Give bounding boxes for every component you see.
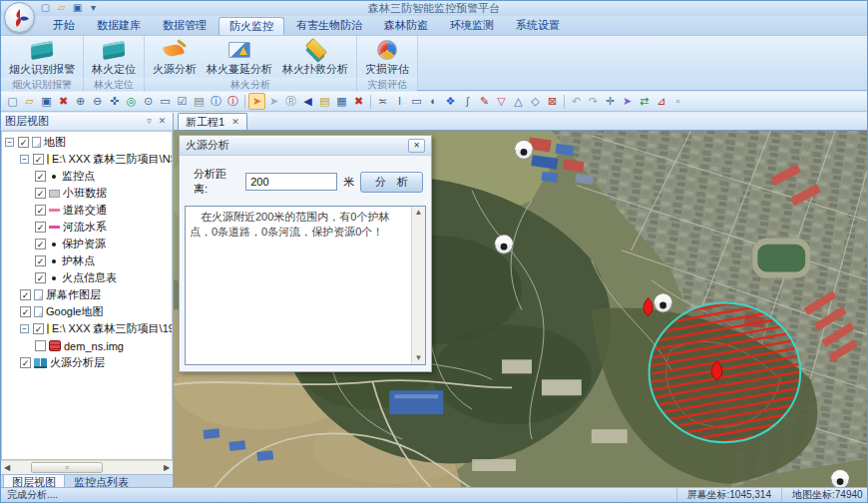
fire-spread-analysis-button[interactable]: 林火蔓延分析 [202, 38, 277, 78]
layer-checkbox[interactable] [35, 222, 46, 233]
open-folder-icon[interactable]: ▱ [21, 93, 38, 110]
close-icon[interactable]: ✕ [156, 115, 169, 128]
layer-tree-row[interactable]: 道路交通 [2, 202, 172, 219]
pen-tool-icon[interactable]: ✎ [476, 93, 493, 110]
save-icon[interactable]: ▣ [38, 93, 55, 110]
undo-icon[interactable]: ↶ [568, 93, 585, 110]
tree-expander[interactable] [5, 138, 14, 147]
scroll-up-icon[interactable]: ▲ [412, 207, 425, 219]
layer-checkbox[interactable] [20, 289, 31, 300]
camera-icon[interactable] [654, 293, 672, 312]
quick-access-dropdown-icon[interactable]: ▾ [87, 2, 100, 14]
circle-tool-icon[interactable]: ◐ [425, 93, 442, 110]
redo-icon[interactable]: ↷ [585, 93, 602, 110]
application-logo-button[interactable] [4, 2, 35, 33]
identify-info-icon[interactable]: ⓘ [208, 93, 224, 110]
fire-rescue-analysis-button[interactable]: 林火扑救分析 [277, 38, 353, 78]
compass-tool-icon[interactable]: ❖ [442, 93, 459, 110]
layer-checkbox[interactable] [35, 255, 46, 266]
document-info-icon[interactable]: ▤ [191, 93, 208, 110]
fire-source-analysis-button[interactable]: 火源分析 [148, 38, 202, 78]
layer-checkbox[interactable] [18, 137, 29, 148]
layer-checkbox[interactable] [35, 340, 46, 351]
diamond-tool-icon[interactable]: ◇ [527, 93, 544, 110]
tree-expander[interactable] [20, 155, 29, 164]
triangle-down-tool-icon[interactable]: ▽ [493, 93, 510, 110]
new-document-icon[interactable]: ▢ [4, 93, 21, 110]
ribbon-tab[interactable]: 数据建库 [87, 17, 151, 35]
ribbon-tab[interactable]: 开始 [43, 17, 85, 35]
save-icon[interactable]: ▣ [71, 2, 84, 14]
pointer-edit-icon[interactable]: ➤ [619, 93, 636, 110]
open-folder-icon[interactable]: ▱ [55, 2, 68, 14]
refresh-layers-icon[interactable]: ⇄ [636, 93, 652, 110]
camera-icon[interactable] [495, 235, 513, 253]
layer-tree-row[interactable]: E:\ XXX 森林三防项目\19青河 [2, 320, 172, 337]
identify-alert-icon[interactable]: ⓘ [224, 93, 241, 110]
scroll-right-icon[interactable]: ▶ [161, 463, 173, 472]
layer-checkbox[interactable] [35, 272, 46, 283]
map-canvas[interactable]: 火源分析 ✕ 分析距离: 米 分 析 分析报告 在火源附近200米的范围内，有0… [174, 131, 867, 490]
small-window-icon[interactable]: ▫ [669, 93, 686, 110]
measure-icon[interactable]: ≍ [374, 93, 391, 110]
damage-assessment-button[interactable]: 灾损评估 [360, 38, 414, 78]
layer-tree-row[interactable]: 保护资源 [2, 236, 172, 252]
curve-tool-icon[interactable]: ∫ [459, 93, 476, 110]
layer-tree-row[interactable]: 火源分析层 [2, 354, 172, 371]
layer-tree-row[interactable]: 地图 [2, 134, 172, 151]
text-tool-icon[interactable]: I [391, 93, 408, 110]
layer-tree-row[interactable]: 屏幕作图层 [2, 286, 172, 303]
copy-features-icon[interactable]: ▤ [316, 93, 333, 110]
camera-icon[interactable] [515, 140, 533, 159]
forest-fire-locate-button[interactable]: 林火定位 [87, 38, 141, 78]
ribbon-tab[interactable]: 防火监控 [218, 17, 284, 35]
layer-checkbox[interactable] [20, 357, 31, 368]
layer-tree-row[interactable]: 河流水系 [2, 219, 172, 236]
pin-icon[interactable]: ▿ [143, 115, 156, 128]
layer-checkbox[interactable] [35, 171, 46, 182]
layer-tree-row[interactable]: Google地图 [2, 303, 172, 320]
ribbon-tab[interactable]: 有害生物防治 [286, 17, 372, 35]
layer-checkbox[interactable] [33, 323, 44, 334]
select-arrow-icon[interactable]: ➤ [248, 93, 265, 110]
layer-checkbox[interactable] [20, 306, 31, 317]
layer-checkbox[interactable] [35, 239, 46, 250]
close-project-icon[interactable]: ✖ [55, 93, 72, 110]
analyze-button[interactable]: 分 析 [360, 172, 423, 193]
close-tab-icon[interactable]: ✕ [231, 117, 239, 127]
layer-tree-row[interactable]: E:\ XXX 森林三防项目\NS.m [2, 151, 172, 168]
delete-features-icon[interactable]: ✖ [350, 93, 367, 110]
dialog-title-bar[interactable]: 火源分析 ✕ [180, 136, 431, 156]
scroll-down-icon[interactable]: ▼ [412, 352, 425, 364]
distance-input[interactable] [245, 173, 337, 191]
scroll-thumb[interactable]: ≡ [31, 462, 103, 473]
scroll-left-icon[interactable]: ◀ [1, 463, 13, 472]
layer-tree-row[interactable]: 监控点 [2, 168, 172, 185]
camera-icon[interactable] [831, 470, 849, 489]
clear-selection-icon[interactable]: ➤ [265, 93, 282, 110]
new-document-icon[interactable]: ▢ [39, 2, 52, 14]
layer-checkbox[interactable] [35, 205, 46, 216]
rectangle-tool-icon[interactable]: ▭ [408, 93, 425, 110]
dialog-close-icon[interactable]: ✕ [408, 139, 425, 153]
layer-checkbox[interactable] [33, 154, 44, 165]
layer-checkbox[interactable] [35, 188, 46, 199]
zoom-previous-icon[interactable]: ⊙ [140, 93, 157, 110]
layer-tree-row[interactable]: 小班数据 [2, 185, 172, 202]
triangle-tool-icon[interactable]: △ [510, 93, 527, 110]
zoom-in-icon[interactable]: ⊕ [72, 93, 89, 110]
zoom-rectangle-icon[interactable]: ▭ [157, 93, 174, 110]
ribbon-tab[interactable]: 数据管理 [153, 17, 217, 35]
erase-tool-icon[interactable]: ⊠ [544, 93, 561, 110]
select-features-icon[interactable]: ▦ [333, 93, 350, 110]
flag-icon[interactable]: ◀ [299, 93, 316, 110]
layer-tree-row[interactable]: 护林点 [2, 252, 172, 269]
full-extent-icon[interactable]: ◎ [123, 93, 140, 110]
rotate-icon[interactable]: Ⓡ [282, 93, 299, 110]
slope-tool-icon[interactable]: ⊿ [652, 93, 669, 110]
ribbon-tab[interactable]: 森林防盗 [374, 17, 438, 35]
layer-tree-row[interactable]: dem_ns.img [2, 337, 172, 354]
tree-expander[interactable] [20, 324, 29, 333]
move-icon[interactable]: ✛ [602, 93, 619, 110]
pan-icon[interactable]: ✜ [106, 93, 123, 110]
